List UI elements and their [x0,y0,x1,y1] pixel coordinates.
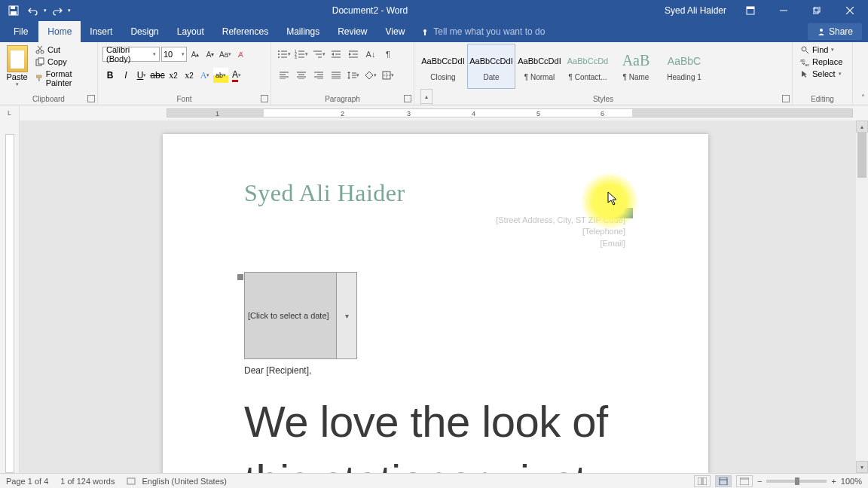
read-mode-button[interactable] [694,475,711,487]
date-picker-control[interactable]: [Click to select a date] ▾ [244,272,357,359]
content-control-handle-icon[interactable] [237,274,243,280]
change-case-button[interactable]: Aa▾ [219,47,232,62]
subscript-button[interactable]: x2 [166,68,181,83]
style-closing[interactable]: AaBbCcDdI Closing [419,44,467,89]
file-tab[interactable]: File [3,21,38,42]
zoom-out-button[interactable]: − [757,477,762,486]
qat-customize[interactable]: ▾ [68,8,71,14]
style-heading1[interactable]: AaBbC Heading 1 [660,44,708,89]
align-center-button[interactable] [293,68,310,83]
font-color-button[interactable]: A▾ [229,68,244,83]
email-placeholder[interactable]: [Email] [244,238,625,249]
style-date[interactable]: AaBbCcDdI Date [467,44,515,89]
styles-dialog-launcher[interactable] [782,95,790,102]
maximize-button[interactable] [802,0,832,21]
text-effects-button[interactable]: A▾ [197,68,212,83]
format-painter-button[interactable]: Format Painter [32,68,93,89]
date-dropdown-button[interactable]: ▾ [337,273,356,358]
italic-button[interactable]: I [118,68,133,83]
greeting-line[interactable]: Dear [Recipient], [244,365,625,376]
styles-group-label: Styles [414,95,792,103]
cut-icon [35,45,44,54]
bullets-button[interactable]: ▾ [276,47,292,62]
page-status[interactable]: Page 1 of 4 [6,477,48,486]
close-button[interactable] [835,0,865,21]
tab-home[interactable]: Home [38,21,81,42]
clipboard-dialog-launcher[interactable] [87,95,95,102]
cut-button[interactable]: Cut [32,44,93,56]
scroll-down-button[interactable]: ▾ [856,461,868,473]
superscript-button[interactable]: x2 [182,68,197,83]
font-size-combo[interactable]: 10▾ [161,47,187,62]
increase-indent-button[interactable] [345,47,362,62]
align-right-button[interactable] [310,68,327,83]
vertical-ruler[interactable] [0,120,20,473]
bold-button[interactable]: B [102,68,118,83]
print-layout-button[interactable] [715,475,732,487]
street-placeholder[interactable]: [Street Address, City, ST ZIP Code] [244,215,625,226]
horizontal-ruler[interactable]: 1 2 3 4 5 6 [20,105,868,120]
tab-layout[interactable]: Layout [168,21,213,42]
decrease-indent-button[interactable] [328,47,344,62]
svg-rect-4 [747,7,754,9]
tab-insert[interactable]: Insert [81,21,121,42]
multilevel-list-button[interactable]: ▾ [310,47,327,62]
select-button[interactable]: Select▾ [797,68,848,80]
line-spacing-button[interactable]: ▾ [345,68,362,83]
copy-button[interactable]: Copy [32,56,93,68]
highlight-button[interactable]: ab▾ [213,68,228,83]
style-contact[interactable]: AaBbCcDd ¶ Contact... [564,44,612,89]
show-marks-button[interactable]: ¶ [380,47,396,62]
web-layout-button[interactable] [736,475,753,487]
share-button[interactable]: Share [808,23,862,40]
style-name[interactable]: AaB ¶ Name [612,44,660,89]
zoom-level[interactable]: 100% [841,477,862,486]
strikethrough-button[interactable]: abc [150,68,165,83]
telephone-placeholder[interactable]: [Telephone] [244,226,625,237]
undo-dropdown[interactable]: ▾ [44,8,47,14]
sort-button[interactable]: A↓ [362,47,379,62]
spellcheck-icon[interactable] [127,477,136,486]
collapse-ribbon-button[interactable]: ˄ [861,93,865,102]
font-dialog-launcher[interactable] [261,95,268,102]
undo-button[interactable] [24,2,42,19]
minimize-button[interactable] [769,0,799,21]
redo-button[interactable] [48,2,66,19]
justify-button[interactable] [328,68,344,83]
paragraph-dialog-launcher[interactable] [404,95,411,102]
save-button[interactable] [5,2,23,19]
zoom-slider[interactable] [766,480,827,483]
tell-me-search[interactable]: Tell me what you want to do [421,26,545,37]
tab-mailings[interactable]: Mailings [277,21,329,42]
ruler-tab-selector[interactable]: L [0,105,20,120]
tab-references[interactable]: References [213,21,277,42]
align-left-button[interactable] [276,68,292,83]
shading-button[interactable]: ▾ [362,68,379,83]
language-status[interactable]: English (United States) [142,477,227,486]
scroll-thumb[interactable] [857,133,866,178]
numbering-button[interactable]: 123▾ [293,47,310,62]
vertical-scrollbar[interactable]: ▴ ▾ [856,120,868,473]
ribbon-options-button[interactable] [735,0,766,21]
find-button[interactable]: Find▾ [797,44,848,56]
paste-icon [7,45,28,72]
scroll-up-button[interactable]: ▴ [856,120,868,133]
shrink-font-button[interactable]: A▾ [203,47,217,62]
underline-button[interactable]: U▾ [134,68,149,83]
font-name-combo[interactable]: Calibri (Body)▾ [102,47,160,62]
borders-button[interactable]: ▾ [380,68,396,83]
word-count-status[interactable]: 1 of 124 words [60,477,115,486]
tab-review[interactable]: Review [329,21,376,42]
grow-font-button[interactable]: A▴ [188,47,202,62]
body-paragraph[interactable]: We love the look of this stationery just… [244,392,625,473]
tab-design[interactable]: Design [121,21,167,42]
document-page[interactable]: Syed Ali Haider [Street Address, City, S… [163,134,708,473]
style-normal[interactable]: AaBbCcDdI ¶ Normal [515,44,564,89]
paste-button[interactable]: Paste ▾ [5,44,29,92]
replace-button[interactable]: abac Replace [797,56,848,68]
tab-view[interactable]: View [377,21,414,42]
copy-icon [35,57,44,66]
zoom-in-button[interactable]: + [831,477,836,486]
clear-formatting-button[interactable]: A̸ [234,47,247,62]
title-bar: ▾ ▾ Document2 - Word Syed Ali Haider [0,0,868,21]
